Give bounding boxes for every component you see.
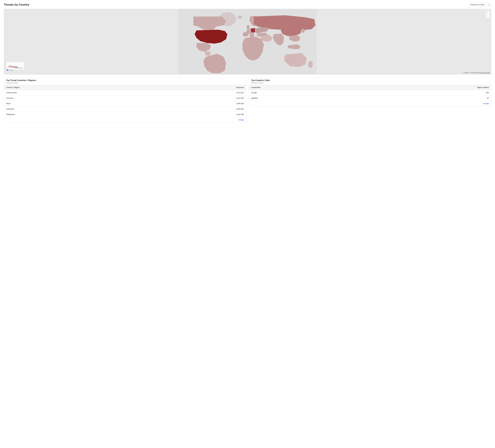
pages-cell: 506 xyxy=(360,90,491,96)
crawler-cell: Google xyxy=(249,90,360,96)
crawlers-table: Crawler/Bot Pages Crawled Google 506 app… xyxy=(249,85,491,101)
page-title: Threats by Country xyxy=(4,3,29,6)
pages-cell: 20 xyxy=(360,96,491,101)
table-row: Indonesia 2,892,620 xyxy=(4,106,246,112)
svg-rect-15 xyxy=(15,67,16,67)
threat-table-subtitle: Previous 24 hours xyxy=(6,82,244,84)
requests-cell: 3,412,668 xyxy=(147,96,246,101)
legend-max: threats 7674351 xyxy=(15,67,23,69)
table-row: United States 7,674,351 xyxy=(4,90,246,96)
chevron-down-icon: ▾ xyxy=(488,4,489,6)
legend-min: 0 xyxy=(8,67,8,69)
arrow-right-icon-crawlers: ▶ xyxy=(487,102,489,105)
svg-rect-5 xyxy=(8,66,8,67)
crawlers-table-header: Top Crawlers / Bots Previous 24 hours xyxy=(249,77,491,85)
crawler-cell: applebot xyxy=(249,96,360,101)
time-filter-label: Previous 24 hours xyxy=(470,4,485,6)
improve-map-link[interactable]: Improve this map xyxy=(480,72,490,73)
threat-countries-card: Top Threat Countries / Regions Previous … xyxy=(4,77,246,123)
table-row: Philippines 2,445,938 xyxy=(4,112,246,117)
requests-cell: 2,445,938 xyxy=(147,112,246,117)
map-legend: 0 threats 7674351 xyxy=(6,62,24,70)
zoom-in-button[interactable]: + xyxy=(486,11,489,14)
map-attribution: © Mapbox © OpenStreetMap Improve this ma… xyxy=(463,72,490,73)
svg-rect-18 xyxy=(18,67,18,67)
crawlers-table-footer: Help ▶ xyxy=(249,101,491,106)
mapbox-logo: mapbox xyxy=(6,69,13,71)
attribution-text: © Mapbox © OpenStreetMap xyxy=(463,72,480,73)
threat-help-link[interactable]: Help ▶ xyxy=(238,119,244,121)
svg-rect-10 xyxy=(12,66,12,67)
zoom-out-button[interactable]: − xyxy=(486,14,489,18)
country-cell: Brazil xyxy=(4,101,147,106)
svg-rect-11 xyxy=(12,66,13,67)
map-svg xyxy=(4,9,491,74)
country-cell: United States xyxy=(4,90,147,96)
svg-rect-7 xyxy=(9,65,10,67)
svg-point-4 xyxy=(308,61,313,68)
time-filter-dropdown[interactable]: Previous 24 hours ▾ xyxy=(468,2,491,7)
svg-point-3 xyxy=(247,25,250,29)
world-map: 0 threats 7674351 mapbox © Mapbox © Open… xyxy=(4,9,491,75)
threat-countries-table: Country / Region Requests United States … xyxy=(4,85,246,117)
arrow-right-icon: ▶ xyxy=(242,119,244,121)
zoom-controls: + − xyxy=(486,11,490,18)
col-pages-header: Pages Crawled xyxy=(360,85,491,90)
svg-rect-16 xyxy=(16,67,17,67)
crawlers-table-subtitle: Previous 24 hours xyxy=(251,82,489,84)
threat-table-title: Top Threat Countries / Regions xyxy=(6,79,244,82)
crawlers-card: Top Crawlers / Bots Previous 24 hours Cr… xyxy=(249,77,491,106)
svg-point-2 xyxy=(237,16,242,19)
col-crawler-header: Crawler/Bot xyxy=(249,85,360,90)
col-country-header: Country / Region xyxy=(4,85,147,90)
col-requests-header: Requests xyxy=(147,85,246,90)
svg-rect-8 xyxy=(10,66,11,67)
threat-table-header: Top Threat Countries / Regions Previous … xyxy=(4,77,246,85)
country-cell: Germany xyxy=(4,96,147,101)
country-cell: Indonesia xyxy=(4,106,147,112)
page-header: Threats by Country Previous 24 hours ▾ xyxy=(4,2,491,7)
requests-cell: 2,946,699 xyxy=(147,101,246,106)
svg-rect-13 xyxy=(14,67,14,67)
svg-point-20 xyxy=(7,70,8,70)
country-cell: Philippines xyxy=(4,112,147,117)
svg-rect-9 xyxy=(11,66,11,67)
table-row: Germany 3,412,668 xyxy=(4,96,246,101)
svg-rect-17 xyxy=(17,67,17,67)
requests-cell: 7,674,351 xyxy=(147,90,246,96)
crawlers-table-title: Top Crawlers / Bots xyxy=(251,79,489,82)
svg-rect-14 xyxy=(14,67,15,67)
crawlers-help-link[interactable]: Help ▶ xyxy=(483,102,489,105)
threat-table-footer: Help ▶ xyxy=(4,117,246,123)
crawlers-header-row: Crawler/Bot Pages Crawled xyxy=(249,85,491,90)
tables-section: Top Threat Countries / Regions Previous … xyxy=(4,77,491,123)
threat-table-header-row: Country / Region Requests xyxy=(4,85,246,90)
svg-rect-12 xyxy=(13,67,14,67)
table-row: applebot 20 xyxy=(249,96,491,101)
requests-cell: 2,892,620 xyxy=(147,106,246,112)
table-row: Brazil 2,946,699 xyxy=(4,101,246,106)
svg-rect-6 xyxy=(8,66,9,67)
table-row: Google 506 xyxy=(249,90,491,96)
